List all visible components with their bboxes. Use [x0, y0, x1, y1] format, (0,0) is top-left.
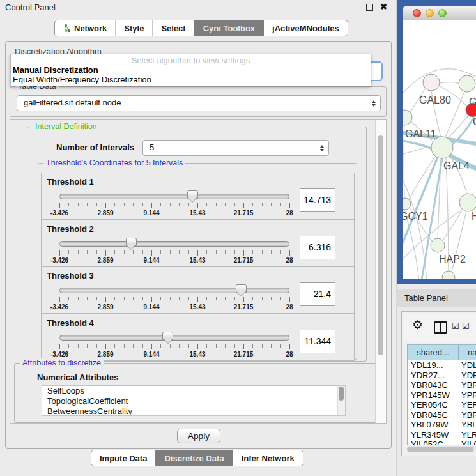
network-node-pink[interactable] — [423, 74, 440, 91]
slider-ticks — [59, 250, 289, 256]
algorithm-dropdown-popup: Select algorithm to view settings Manual… — [10, 54, 371, 86]
network-edge[interactable] — [404, 125, 404, 198]
tab-discretize-data[interactable]: Discretize Data — [155, 450, 232, 466]
number-of-intervals-combobox[interactable]: 5 — [142, 140, 329, 156]
slider-track — [59, 335, 289, 341]
table-row[interactable]: YDL19...YDL1 — [408, 360, 476, 371]
table-cell: YPR1 — [459, 390, 476, 401]
table-cell: YPR145W — [408, 390, 459, 401]
table-row[interactable]: YPR145WYPR1 — [408, 390, 476, 401]
mac-minimize-button[interactable] — [426, 9, 434, 17]
vertical-scrollbar[interactable] — [375, 120, 386, 423]
node-label: GAL4 — [443, 160, 470, 171]
mac-close-button[interactable] — [413, 9, 421, 17]
threshold-slider[interactable]: -3.4262.8599.14415.4321.71528 — [59, 237, 292, 265]
checkbox-icon[interactable]: ☑ — [462, 321, 470, 331]
algorithm-option-equal-width-frequency[interactable]: Equal Width/Frequency Discretization — [11, 75, 371, 84]
threshold-slider[interactable]: -3.4262.8599.14415.4321.71528 — [59, 284, 292, 312]
network-node-gcy1[interactable] — [403, 198, 411, 210]
threshold-label: Threshold 1 — [47, 177, 94, 187]
table-cell: YBR0 — [459, 410, 476, 420]
thresholds-group: Threshold's Coordinates for 5 Intervals … — [38, 163, 357, 360]
threshold-panel: Threshold 2-3.4262.8599.14415.4321.71528… — [41, 220, 355, 267]
thresholds-group-label: Threshold's Coordinates for 5 Intervals — [43, 158, 185, 167]
list-scrollbar-thumb[interactable] — [339, 387, 344, 401]
node-label: GAL80 — [419, 95, 451, 105]
apply-button[interactable]: Apply — [177, 429, 220, 443]
threshold-value-field[interactable]: 14.713 — [300, 188, 335, 212]
tab-impute-data[interactable]: Impute Data — [91, 450, 155, 466]
slider-track — [59, 288, 289, 293]
window-title: Control Panel — [5, 3, 56, 12]
slider-handle[interactable] — [236, 284, 247, 293]
tab-style[interactable]: Style — [115, 20, 152, 36]
network-node-h[interactable] — [459, 194, 476, 211]
horizontal-scrollbar-thumb[interactable] — [407, 447, 473, 452]
horizontal-scrollbar[interactable] — [407, 446, 476, 452]
network-node-hap2[interactable] — [431, 238, 445, 252]
algorithm-option-manual-discretization[interactable]: Manual Discretization — [11, 65, 371, 75]
network-edge[interactable] — [447, 116, 468, 139]
network-edge[interactable] — [403, 140, 434, 150]
mode-tab-bar: Impute DataDiscretize DataInfer Network — [91, 450, 303, 466]
tab-select[interactable]: Select — [152, 20, 194, 36]
table-row[interactable]: YER054CYER0 — [408, 400, 476, 410]
attributes-group-label: Attributes to discretize — [20, 358, 104, 367]
table-row[interactable]: YBR045CYBR0 — [408, 410, 476, 420]
table-data-combobox[interactable]: galFiltered.sif default node — [17, 95, 381, 111]
slider-handle[interactable] — [162, 332, 173, 340]
control-panel-tab-bar: NetworkStyleSelectCyni ToolboxjActiveMNo… — [54, 20, 348, 36]
table-cell: YDR27... — [408, 371, 459, 381]
network-edge[interactable] — [443, 210, 462, 240]
slider-handle[interactable] — [187, 190, 198, 199]
threshold-value-field[interactable]: 11.344 — [300, 330, 335, 353]
threshold-value-field[interactable]: 6.316 — [300, 236, 335, 259]
network-node-bottom[interactable] — [442, 271, 455, 279]
vertical-scrollbar-thumb[interactable] — [378, 135, 383, 355]
tab-infer-network[interactable]: Infer Network — [233, 450, 303, 466]
table-cell: YDL19... — [408, 360, 459, 371]
attribute-list-item[interactable]: TopologicalCoefficient — [42, 396, 345, 406]
threshold-slider[interactable]: -3.4262.8599.14415.4321.71528 — [59, 190, 292, 218]
float-window-icon[interactable] — [366, 4, 373, 11]
slider-ticks — [59, 297, 289, 303]
table-cell: YLR3 — [459, 430, 476, 440]
table-panel-title: Table Panel — [404, 293, 448, 303]
attribute-list-item[interactable]: BetweennessCentrality — [42, 406, 345, 416]
network-canvas[interactable]: GAL80GACGAL11GAL4GCY1HHAP2 — [403, 20, 476, 279]
threshold-value-field[interactable]: 21.4 — [300, 282, 335, 306]
checkbox-icon[interactable]: ☑ — [452, 321, 459, 331]
slider-tick-labels: -3.4262.8599.14415.4321.71528 — [59, 303, 289, 311]
table-row[interactable]: YLR345WYLR3 — [408, 430, 476, 440]
threshold-slider[interactable]: -3.4262.8599.14415.4321.71528 — [59, 331, 292, 359]
slider-ticks — [59, 203, 289, 209]
slider-handle[interactable] — [126, 238, 137, 246]
network-edge[interactable] — [440, 82, 459, 84]
table-panel: ⚙ ☑ ☑ shared...naYDL19...YDL1YDR27...YDR… — [401, 311, 476, 456]
column-header[interactable]: na — [459, 345, 476, 360]
mac-zoom-button[interactable] — [438, 9, 447, 17]
number-of-intervals-label: Number of Intervals — [56, 142, 134, 152]
table-row[interactable]: YBR043CYBR0 — [408, 380, 476, 390]
tab-label: jActiveMNodules — [272, 24, 339, 33]
table-cell: YER054C — [408, 400, 459, 410]
close-window-icon[interactable]: ✖ — [380, 2, 387, 12]
table-row[interactable]: YBL079WYBL0 — [408, 420, 476, 430]
network-node-gal4[interactable] — [431, 137, 453, 158]
list-scrollbar[interactable] — [337, 386, 345, 415]
column-header[interactable]: shared... — [408, 345, 459, 360]
threshold-label: Threshold 3 — [47, 271, 94, 280]
number-of-intervals-value: 5 — [150, 142, 154, 152]
settings-gear-icon[interactable]: ⚙ — [412, 318, 423, 332]
attribute-list-item[interactable]: SelfLoops — [42, 386, 345, 396]
network-node-topright[interactable] — [459, 75, 475, 92]
table-cell: YBL0 — [459, 420, 476, 430]
tab-cyni-toolbox[interactable]: Cyni Toolbox — [194, 20, 263, 36]
tab-network[interactable]: Network — [55, 20, 115, 36]
split-columns-icon[interactable] — [434, 321, 447, 334]
table-row[interactable]: YDR27...YDR2 — [408, 371, 476, 381]
tab-jactivemnodules[interactable]: jActiveMNodules — [263, 20, 348, 36]
table-row[interactable]: YIL052CYIL0 — [408, 440, 476, 445]
network-edge[interactable] — [403, 172, 427, 279]
node-label: GAL11 — [405, 128, 436, 139]
